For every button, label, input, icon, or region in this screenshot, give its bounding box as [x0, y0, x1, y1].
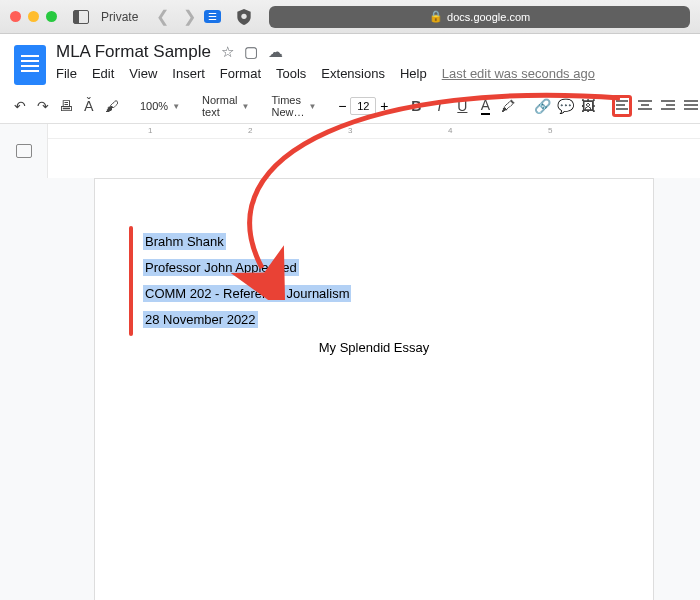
toolbar: ↶ ↷ 🖶 Ǎ 🖌 100%▼ Normal text▼ Times New…▼… — [0, 89, 700, 124]
menu-help[interactable]: Help — [400, 66, 427, 81]
url-text: docs.google.com — [447, 11, 530, 23]
minimize-window-button[interactable] — [28, 11, 39, 22]
last-edit-link[interactable]: Last edit was seconds ago — [442, 66, 595, 81]
menu-bar: File Edit View Insert Format Tools Exten… — [56, 66, 686, 81]
heading-course[interactable]: COMM 202 - Reference Journalism — [143, 285, 351, 302]
font-size-input[interactable] — [350, 97, 376, 115]
insert-link-button[interactable]: 🔗 — [532, 95, 552, 117]
insert-image-button[interactable]: 🖼 — [578, 95, 598, 117]
align-right-button[interactable] — [658, 95, 678, 117]
star-icon[interactable]: ☆ — [221, 43, 234, 61]
bold-button[interactable]: B — [406, 95, 426, 117]
menu-view[interactable]: View — [129, 66, 157, 81]
nav-forward-icon: ❯ — [183, 7, 196, 26]
cloud-status-icon[interactable]: ☁ — [268, 43, 283, 61]
horizontal-ruler[interactable]: 1 2 3 4 5 — [48, 124, 700, 139]
side-gutter — [0, 124, 48, 178]
menu-tools[interactable]: Tools — [276, 66, 306, 81]
italic-button[interactable]: I — [429, 95, 449, 117]
heading-name[interactable]: Brahm Shank — [143, 233, 226, 250]
align-left-button[interactable] — [612, 95, 632, 117]
nav-back-icon[interactable]: ❮ — [156, 7, 169, 26]
align-center-button[interactable] — [635, 95, 655, 117]
paint-format-button[interactable]: 🖌 — [102, 95, 122, 117]
reader-icon[interactable]: ☰ — [204, 10, 221, 23]
menu-edit[interactable]: Edit — [92, 66, 114, 81]
annotation-marker — [129, 226, 133, 336]
close-window-button[interactable] — [10, 11, 21, 22]
private-label: Private — [101, 10, 138, 24]
maximize-window-button[interactable] — [46, 11, 57, 22]
document-outline-icon[interactable] — [16, 144, 32, 158]
spellcheck-button[interactable]: Ǎ — [79, 95, 99, 117]
editor-canvas: Brahm Shank Professor John Appleseed COM… — [0, 178, 700, 600]
ruler-area: 1 2 3 4 5 — [0, 124, 700, 178]
tracking-shield-icon[interactable] — [237, 9, 251, 25]
font-family-select[interactable]: Times New…▼ — [267, 94, 320, 118]
print-button[interactable]: 🖶 — [56, 95, 76, 117]
docs-header: MLA Format Sample ☆ ▢ ☁ File Edit View I… — [0, 34, 700, 85]
heading-professor[interactable]: Professor John Appleseed — [143, 259, 299, 276]
menu-insert[interactable]: Insert — [172, 66, 205, 81]
browser-chrome: Private ❮ ❯ ☰ 🔒 docs.google.com — [0, 0, 700, 34]
heading-date[interactable]: 28 November 2022 — [143, 311, 258, 328]
align-justify-button[interactable] — [681, 95, 700, 117]
menu-extensions[interactable]: Extensions — [321, 66, 385, 81]
insert-comment-button[interactable]: 💬 — [555, 95, 575, 117]
paragraph-style-select[interactable]: Normal text▼ — [198, 94, 253, 118]
document-page[interactable]: Brahm Shank Professor John Appleseed COM… — [94, 178, 654, 600]
sidebar-toggle-icon[interactable] — [73, 10, 89, 24]
text-color-button[interactable]: A — [475, 95, 495, 117]
lock-icon: 🔒 — [429, 10, 443, 23]
document-title[interactable]: MLA Format Sample — [56, 42, 211, 62]
highlight-button[interactable]: 🖍 — [498, 95, 518, 117]
menu-format[interactable]: Format — [220, 66, 261, 81]
docs-logo-icon[interactable] — [14, 45, 46, 85]
url-bar[interactable]: 🔒 docs.google.com — [269, 6, 690, 28]
menu-file[interactable]: File — [56, 66, 77, 81]
traffic-lights — [10, 11, 57, 22]
zoom-select[interactable]: 100%▼ — [136, 100, 184, 112]
font-size-increase[interactable]: + — [376, 98, 392, 114]
svg-point-0 — [242, 13, 247, 18]
font-size-decrease[interactable]: − — [334, 98, 350, 114]
essay-title[interactable]: My Splendid Essay — [143, 335, 605, 361]
underline-button[interactable]: U — [452, 95, 472, 117]
move-icon[interactable]: ▢ — [244, 43, 258, 61]
undo-button[interactable]: ↶ — [10, 95, 30, 117]
redo-button[interactable]: ↷ — [33, 95, 53, 117]
